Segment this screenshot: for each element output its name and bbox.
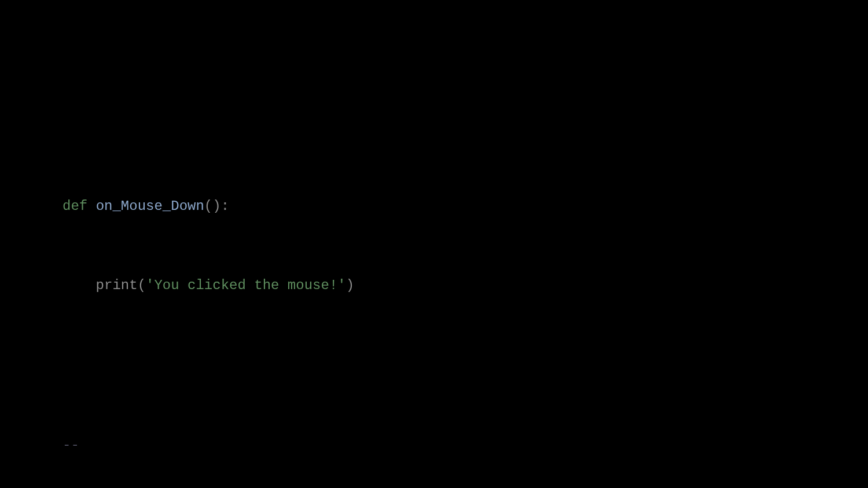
space <box>87 198 95 214</box>
keyword-def: def <box>62 198 87 214</box>
code-line-1: def on_Mouse_Down(): <box>62 193 663 220</box>
string-literal: 'You clicked the mouse!' <box>146 278 346 293</box>
function-call: print <box>96 278 138 293</box>
code-line-2: print('You clicked the mouse!') <box>62 272 663 299</box>
open-paren: ( <box>138 278 146 293</box>
function-name: on_Mouse_Down <box>96 198 204 214</box>
indent <box>62 278 96 293</box>
slide-content: def on_Mouse_Down(): print('You clicked … <box>62 88 663 488</box>
code-block: def on_Mouse_Down(): print('You clicked … <box>62 141 663 352</box>
separator: -- <box>62 432 663 459</box>
close-paren: ) <box>346 278 354 293</box>
parens-colon: (): <box>204 198 229 214</box>
